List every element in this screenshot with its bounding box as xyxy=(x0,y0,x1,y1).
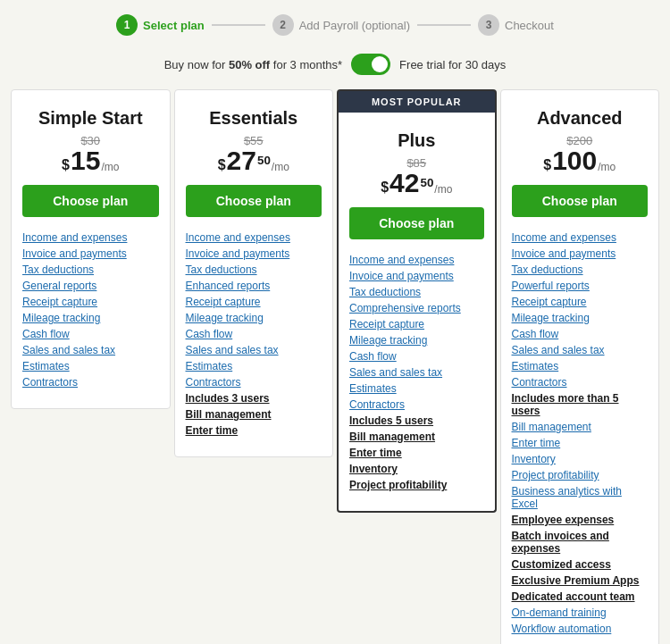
feature-item[interactable]: Enter time xyxy=(512,435,649,451)
feature-list: Income and expensesInvoice and paymentsT… xyxy=(349,252,484,493)
feature-item[interactable]: Includes more than 5 users xyxy=(512,390,649,419)
step-3-number: 3 xyxy=(478,14,499,36)
feature-item[interactable]: Receipt capture xyxy=(512,294,649,310)
promo-text: Buy now for 50% off for 3 months* xyxy=(164,58,342,71)
feature-item[interactable]: Bill management xyxy=(186,406,322,422)
feature-item[interactable]: Contractors xyxy=(512,374,649,390)
plan-price: $85 $ 42 50 /mo xyxy=(349,156,484,197)
feature-item[interactable]: Receipt capture xyxy=(349,316,484,332)
feature-item[interactable]: Project profitability xyxy=(349,477,484,493)
current-price: $ 100 /mo xyxy=(512,147,649,174)
feature-item[interactable]: Invoice and payments xyxy=(349,268,484,284)
feature-item[interactable]: Tax deductions xyxy=(349,284,484,300)
current-price: $ 15 /mo xyxy=(22,147,159,174)
feature-item[interactable]: Income and expenses xyxy=(349,252,484,268)
plan-name: Advanced xyxy=(512,108,649,129)
step-2-number: 2 xyxy=(272,14,294,36)
plan-price: $30 $ 15 /mo xyxy=(22,134,159,174)
step-1[interactable]: 1 Select plan xyxy=(116,14,205,36)
feature-item[interactable]: On-demand training xyxy=(512,605,649,621)
plan-price: $200 $ 100 /mo xyxy=(512,134,649,174)
feature-item[interactable]: Income and expenses xyxy=(512,230,649,246)
feature-item[interactable]: Cash flow xyxy=(22,326,159,342)
price-decimal: 50 xyxy=(257,155,271,172)
price-period: /mo xyxy=(272,162,289,172)
feature-item[interactable]: Cash flow xyxy=(512,326,649,342)
feature-list: Income and expensesInvoice and paymentsT… xyxy=(186,230,322,439)
free-trial-label: Free trial for 30 days xyxy=(399,58,506,71)
price-period: /mo xyxy=(434,184,452,195)
feature-item[interactable]: Estimates xyxy=(512,358,649,374)
feature-item[interactable]: Batch invoices and expenses xyxy=(512,528,649,556)
feature-item[interactable]: Customized access xyxy=(512,556,649,573)
price-main: 27 xyxy=(227,147,256,174)
feature-item[interactable]: Inventory xyxy=(349,461,484,477)
choose-plan-button[interactable]: Choose plan xyxy=(349,207,484,239)
step-2-label: Add Payroll (optional) xyxy=(299,19,410,32)
free-trial-toggle[interactable] xyxy=(351,54,390,75)
feature-item[interactable]: Sales and sales tax xyxy=(186,342,322,358)
feature-item[interactable]: Contractors xyxy=(186,374,322,390)
feature-item[interactable]: Mileage tracking xyxy=(349,332,484,348)
feature-item[interactable]: Invoice and payments xyxy=(186,246,322,262)
feature-item[interactable]: Mileage tracking xyxy=(186,310,322,326)
feature-item[interactable]: Powerful reports xyxy=(512,278,649,294)
feature-item[interactable]: Bill management xyxy=(512,419,649,435)
feature-item[interactable]: Tax deductions xyxy=(186,262,322,278)
feature-item[interactable]: Project profitability xyxy=(512,467,649,483)
feature-item[interactable]: Business analytics with Excel xyxy=(512,483,649,512)
feature-item[interactable]: Includes 5 users xyxy=(349,413,484,429)
feature-item[interactable]: General reports xyxy=(22,278,159,294)
feature-item[interactable]: Contractors xyxy=(22,374,159,390)
choose-plan-button[interactable]: Choose plan xyxy=(22,185,159,217)
feature-item[interactable]: Sales and sales tax xyxy=(349,364,484,381)
step-2[interactable]: 2 Add Payroll (optional) xyxy=(272,14,410,36)
price-period: /mo xyxy=(101,162,119,172)
feature-item[interactable]: Receipt capture xyxy=(22,294,159,310)
feature-item[interactable]: Cash flow xyxy=(186,326,322,342)
plan-card-plus: Plus $85 $ 42 50 /mo Choose plan Income … xyxy=(337,113,497,513)
feature-item[interactable]: Mileage tracking xyxy=(22,310,159,326)
feature-item[interactable]: Includes 3 users xyxy=(186,390,322,406)
feature-item[interactable]: Workflow automation xyxy=(512,621,649,637)
choose-plan-button[interactable]: Choose plan xyxy=(186,185,322,217)
promo-row: Buy now for 50% off for 3 months* Free t… xyxy=(0,46,670,88)
feature-item[interactable]: Comprehensive reports xyxy=(349,300,484,316)
feature-item[interactable]: Enter time xyxy=(186,422,322,439)
current-price: $ 27 50 /mo xyxy=(186,147,322,174)
feature-item[interactable]: Estimates xyxy=(349,381,484,397)
feature-item[interactable]: Enhanced reports xyxy=(186,278,322,294)
choose-plan-button[interactable]: Choose plan xyxy=(512,185,649,217)
feature-item[interactable]: Tax deductions xyxy=(22,262,159,278)
step-connector-2 xyxy=(417,24,471,26)
price-period: /mo xyxy=(598,162,616,172)
feature-item[interactable]: Enter time xyxy=(349,445,484,461)
feature-item[interactable]: Invoice and payments xyxy=(22,246,159,262)
feature-item[interactable]: Income and expenses xyxy=(22,230,159,246)
feature-item[interactable]: Sales and sales tax xyxy=(22,342,159,358)
feature-item[interactable]: Tax deductions xyxy=(512,262,649,278)
feature-item[interactable]: Receipt capture xyxy=(186,294,322,310)
feature-item[interactable]: Mileage tracking xyxy=(512,310,649,326)
feature-item[interactable]: Contractors xyxy=(349,397,484,413)
plan-card-essentials: Essentials $55 $ 27 50 /mo Choose plan I… xyxy=(174,89,334,457)
price-main: 15 xyxy=(71,147,100,174)
plan-name: Simple Start xyxy=(22,108,159,129)
feature-item[interactable]: Exclusive Premium Apps xyxy=(512,573,649,589)
feature-item[interactable]: Invoice and payments xyxy=(512,246,649,262)
current-price: $ 42 50 /mo xyxy=(349,170,484,197)
feature-item[interactable]: Dedicated account team xyxy=(512,589,649,605)
feature-item[interactable]: Inventory xyxy=(512,451,649,467)
feature-item[interactable]: Estimates xyxy=(186,358,322,374)
feature-item[interactable]: Cash flow xyxy=(349,348,484,364)
plans-grid: Simple Start $30 $ 15 /mo Choose plan In… xyxy=(0,88,670,644)
step-3[interactable]: 3 Checkout xyxy=(478,14,554,36)
feature-item[interactable]: Estimates xyxy=(22,358,159,374)
feature-item[interactable]: Income and expenses xyxy=(186,230,322,246)
step-3-label: Checkout xyxy=(505,19,554,32)
feature-item[interactable]: Employee expenses xyxy=(512,512,649,528)
feature-item[interactable]: Bill management xyxy=(349,429,484,445)
feature-list: Income and expensesInvoice and paymentsT… xyxy=(22,230,159,390)
feature-item[interactable]: Sales and sales tax xyxy=(512,342,649,358)
feature-list: Income and expensesInvoice and paymentsT… xyxy=(512,230,649,637)
